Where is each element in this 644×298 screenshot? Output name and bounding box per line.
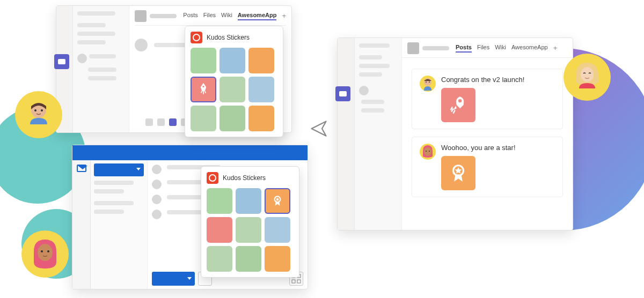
message-text: Congrats on the v2 launch! [441, 76, 524, 84]
sticker-tile[interactable] [191, 48, 216, 73]
award-sticker [441, 156, 475, 190]
teams-icon[interactable] [335, 86, 350, 101]
kudos-app-icon [207, 172, 218, 184]
channel-header: Posts Files Wiki AwesomeApp + [135, 10, 286, 26]
titlebar [72, 145, 308, 160]
mail-icon[interactable] [77, 165, 86, 172]
sticker-tile[interactable] [265, 217, 290, 243]
folder-pane [91, 160, 148, 289]
teams-icon[interactable] [54, 54, 69, 69]
sticker-tile[interactable] [207, 246, 232, 272]
kudos-stickers-popup: Kudos Stickers [201, 166, 299, 278]
sticker-rocket[interactable] [191, 77, 216, 102]
team-avatar [407, 42, 419, 54]
sticker-tile[interactable] [191, 106, 216, 131]
chat-message: Congrats on the v2 launch! [412, 69, 563, 129]
svg-point-14 [426, 81, 427, 83]
channel-header: Posts Files Wiki AwesomeApp + [402, 38, 573, 58]
sticker-tile[interactable] [236, 246, 261, 272]
svg-rect-10 [292, 280, 295, 283]
tab-files[interactable]: Files [203, 12, 216, 20]
sticker-tile[interactable] [219, 77, 245, 102]
tab-posts[interactable]: Posts [456, 44, 472, 53]
svg-point-16 [458, 99, 462, 102]
kudos-stickers-popup: Kudos Stickers [185, 26, 283, 137]
sticker-tile[interactable] [236, 188, 261, 214]
tab-app[interactable]: AwesomeApp [511, 44, 548, 53]
avatar-male [15, 91, 62, 138]
tab-files[interactable]: Files [477, 44, 489, 53]
teams-window-result: Posts Files Wiki AwesomeApp + Congrats o… [337, 38, 573, 230]
chat-message: Woohoo, you are a star! [412, 137, 563, 197]
svg-point-1 [34, 109, 36, 111]
avatar [420, 76, 436, 92]
svg-point-3 [38, 244, 53, 261]
add-tab-icon[interactable]: + [282, 12, 286, 20]
format-icon[interactable] [145, 118, 153, 126]
tab-app[interactable]: AwesomeApp [238, 12, 277, 20]
svg-rect-11 [297, 280, 301, 283]
svg-point-7 [202, 86, 204, 87]
message-text: Woohoo, you are a star! [441, 144, 516, 152]
avatar-female [564, 54, 611, 101]
team-avatar [135, 10, 147, 22]
sticker-award[interactable] [265, 188, 290, 214]
svg-point-4 [41, 250, 43, 252]
tab-wiki[interactable]: Wiki [495, 44, 506, 53]
add-tab-icon[interactable]: + [553, 44, 558, 53]
send-icon [309, 119, 328, 140]
channel-list [73, 6, 130, 132]
compose-toolbar [145, 118, 188, 126]
svg-point-17 [424, 147, 431, 156]
tab-wiki[interactable]: Wiki [221, 12, 232, 20]
popup-title: Kudos Stickers [207, 34, 250, 41]
send-button[interactable] [152, 272, 195, 286]
rocket-sticker [441, 88, 475, 122]
new-mail-button[interactable] [94, 163, 144, 176]
sticker-tile[interactable] [248, 106, 274, 131]
avatar-hijab [21, 230, 69, 278]
kudos-app-icon [191, 32, 202, 43]
svg-point-15 [429, 81, 430, 83]
popup-title: Kudos Stickers [223, 174, 266, 182]
sticker-tile[interactable] [207, 188, 232, 214]
svg-point-2 [41, 109, 43, 111]
svg-point-6 [581, 67, 594, 82]
svg-point-5 [47, 250, 49, 252]
app-rail [338, 38, 355, 230]
attach-icon[interactable] [157, 118, 165, 126]
sticker-tile[interactable] [248, 77, 274, 102]
sticker-tile[interactable] [236, 217, 261, 243]
tab-posts[interactable]: Posts [183, 12, 198, 20]
svg-point-19 [429, 151, 430, 152]
channel-list [355, 38, 402, 230]
app-rail [72, 160, 91, 289]
sticker-tile[interactable] [219, 106, 245, 131]
avatar [420, 144, 436, 160]
svg-point-18 [426, 151, 427, 152]
sticker-tile[interactable] [219, 48, 245, 73]
sticker-tile[interactable] [207, 217, 232, 243]
sticker-tile[interactable] [248, 48, 274, 73]
sticker-tile[interactable] [265, 246, 290, 272]
sticker-picker-icon[interactable] [169, 118, 177, 126]
